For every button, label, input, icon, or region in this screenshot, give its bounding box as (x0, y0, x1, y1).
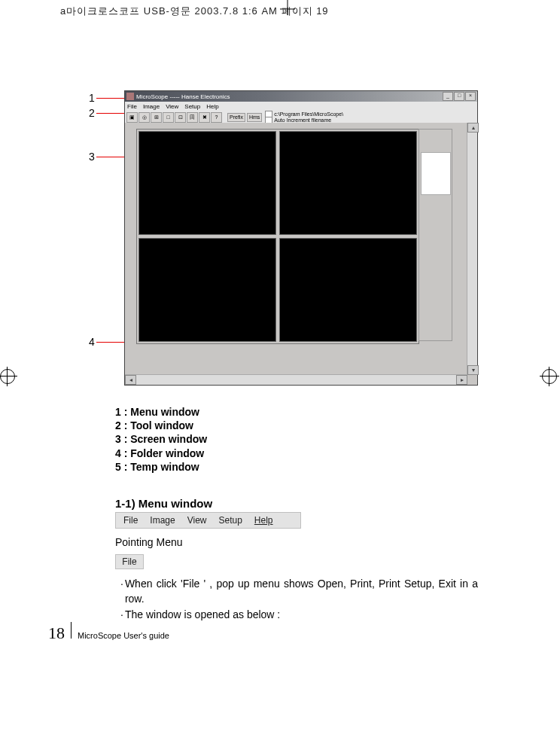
horizontal-scrollbar[interactable]: ◂ ▸ (125, 374, 467, 385)
guide-label: MicroScope User's guide (78, 631, 169, 640)
tool-btn-6[interactable]: 田 (187, 112, 198, 123)
tool-btn-5[interactable]: ⊡ (175, 112, 186, 123)
folder-window (136, 345, 451, 371)
menu-file[interactable]: File (127, 103, 137, 110)
menu-help[interactable]: Help (206, 103, 218, 110)
strip-view: View (187, 515, 207, 526)
legend-4: 4 : Folder window (115, 447, 207, 460)
minimize-button[interactable]: _ (443, 92, 453, 101)
callout-2: 2 (89, 107, 95, 119)
section-title: 1-1) Menu window (115, 497, 212, 510)
prefix-label: Prefix (227, 113, 245, 122)
file-chip: File (115, 554, 144, 569)
para-1: When click 'File ' , pop up menu shows O… (125, 576, 478, 607)
callout-4: 4 (89, 336, 95, 348)
menu-strip: File Image View Setup Help (115, 512, 301, 529)
path-block: c:\Program Files\MicroScope\ Auto Increm… (265, 111, 343, 123)
window-controls[interactable]: _ □ × (443, 92, 476, 101)
vertical-scrollbar[interactable]: ▴ ▾ (467, 123, 477, 375)
paragraph: ·When click 'File ' , pop up menu shows … (120, 576, 478, 622)
temp-thumbnail (421, 152, 451, 195)
window-title: MicroScope ----- Hanse Electronics (136, 93, 230, 100)
titlebar: MicroScope ----- Hanse Electronics _ □ × (125, 91, 477, 102)
legend-3: 3 : Screen window (115, 432, 207, 446)
client-area: ▴ ▾ ◂ ▸ (125, 123, 477, 385)
page-footer: 18 MicroScope User's guide (48, 622, 169, 643)
auto-label: Auto Increment filename (274, 117, 331, 123)
menubar[interactable]: File Image View Setup Help (125, 102, 477, 111)
strip-file: File (123, 515, 138, 526)
path-text: c:\Program Files\MicroScope\ (274, 111, 343, 117)
maximize-button[interactable]: □ (454, 92, 464, 101)
footer-rule (71, 622, 72, 639)
tool-btn-3[interactable]: ⊞ (151, 112, 162, 123)
screen-cell-2 (279, 131, 417, 235)
screen-cell-1 (138, 131, 276, 235)
scroll-up-btn[interactable]: ▴ (467, 123, 479, 133)
prefix-value[interactable]: Hms (247, 113, 262, 122)
strip-help: Help (254, 515, 273, 526)
tool-btn-1[interactable]: ▣ (126, 112, 138, 123)
tool-btn-2[interactable]: ◎ (138, 112, 150, 123)
app-icon (126, 93, 134, 100)
registration-left (0, 369, 15, 384)
menu-setup[interactable]: Setup (184, 103, 200, 110)
scroll-left-btn[interactable]: ◂ (125, 375, 136, 385)
legend-1: 1 : Menu window (115, 405, 207, 419)
screen-cell-4 (279, 238, 417, 342)
legend: 1 : Menu window 2 : Tool window 3 : Scre… (115, 405, 207, 474)
page-number: 18 (48, 623, 65, 643)
scroll-down-btn[interactable]: ▾ (467, 365, 479, 375)
callout-3: 3 (89, 151, 95, 163)
legend-5: 5 : Temp window (115, 460, 207, 474)
screen-window (136, 129, 419, 344)
strip-setup: Setup (219, 515, 242, 526)
menu-view[interactable]: View (166, 103, 178, 110)
menu-image[interactable]: Image (143, 103, 160, 110)
close-button[interactable]: × (465, 92, 476, 101)
callout-1: 1 (89, 92, 95, 104)
strip-image: Image (150, 515, 175, 526)
tool-btn-8[interactable]: ? (211, 112, 222, 123)
registration-right (542, 369, 557, 384)
toolbar: ▣ ◎ ⊞ □ ⊡ 田 ✖ ? Prefix Hms c:\Program Fi… (125, 111, 477, 123)
app-window: MicroScope ----- Hanse Electronics _ □ ×… (124, 90, 478, 386)
tool-btn-4[interactable]: □ (163, 112, 174, 123)
temp-window (418, 129, 452, 341)
legend-2: 2 : Tool window (115, 419, 207, 432)
pointing-label: Pointing Menu (115, 536, 183, 548)
tool-btn-7[interactable]: ✖ (199, 112, 210, 123)
para-2: The window is opened as below : (125, 607, 280, 622)
screen-cell-3 (138, 238, 276, 342)
crop-mark-top (280, 0, 295, 29)
scroll-right-btn[interactable]: ▸ (456, 375, 467, 385)
